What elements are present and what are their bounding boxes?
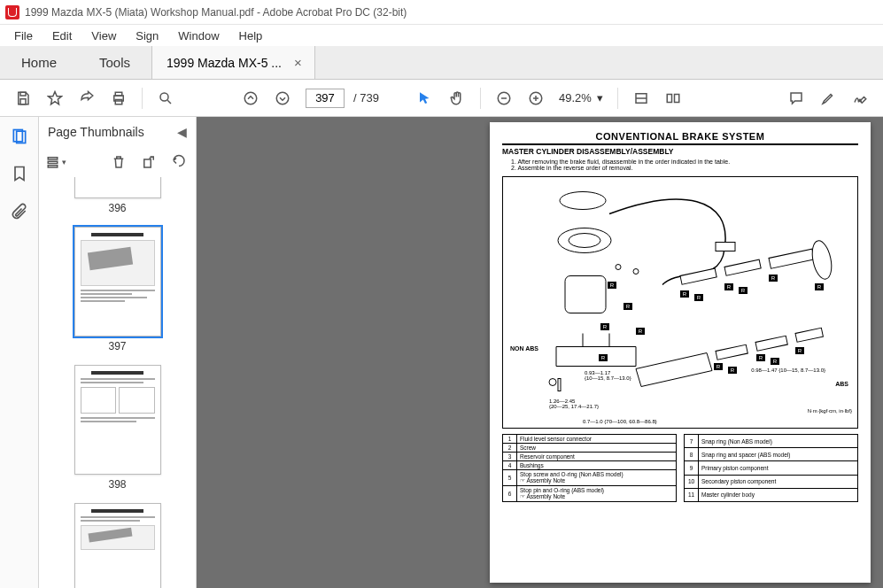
page-number-input[interactable] (306, 89, 345, 108)
svg-point-27 (809, 239, 835, 281)
page-heading: CONVENTIONAL BRAKE SYSTEM (502, 131, 858, 145)
thumb-options-icon[interactable]: ▾ (44, 151, 67, 174)
toolbar-separator (480, 88, 481, 109)
svg-rect-0 (20, 92, 26, 96)
svg-rect-11 (667, 94, 671, 102)
svg-point-6 (244, 92, 257, 104)
star-icon[interactable] (41, 84, 69, 112)
zoom-level-dropdown[interactable]: 49.2% ▾ (559, 91, 603, 104)
print-icon[interactable] (105, 84, 133, 112)
zoom-out-icon[interactable] (490, 84, 518, 112)
chevron-down-icon: ▾ (597, 91, 603, 104)
diagram-units: N·m {kgf·cm, in·lbf} (808, 408, 852, 414)
svg-rect-24 (680, 268, 716, 284)
svg-rect-23 (716, 243, 735, 251)
assembly-steps: 1. After removing the brake fluid, disas… (502, 159, 858, 171)
page-display-icon[interactable] (659, 84, 687, 112)
window-titlebar: 1999 Mazda MX-5 (Miata) Workshop Manual.… (0, 0, 883, 25)
svg-rect-30 (795, 328, 823, 342)
thumbnail-number: 397 (108, 340, 126, 352)
delete-page-icon[interactable] (107, 151, 130, 174)
svg-point-31 (549, 379, 556, 386)
highlight-icon[interactable] (814, 84, 842, 112)
thumbnail-item[interactable]: 398 (39, 365, 196, 491)
menu-window[interactable]: Window (169, 27, 228, 44)
bookmarks-rail-icon[interactable] (9, 163, 30, 184)
window-title: 1999 Mazda MX-5 (Miata) Workshop Manual.… (25, 6, 407, 19)
thumbnail-item[interactable]: 396 (39, 177, 196, 214)
parts-tables: 1Fluid level sensor connector 2Screw 3Re… (502, 434, 858, 502)
thumbnails-title: Page Thumbnails (48, 125, 144, 139)
tab-document[interactable]: 1999 Mazda MX-5 ... × (151, 46, 315, 79)
parts-table-right: 7Snap ring (Non ABS model) 8Snap ring an… (684, 434, 858, 502)
svg-rect-17 (48, 165, 58, 166)
svg-rect-22 (565, 276, 606, 313)
menu-sign[interactable]: Sign (127, 27, 167, 44)
diagram-dim3: 0.98—1.47 {10—15, 8.7—13.0} (751, 368, 825, 373)
diagram-label-abs: ABS (835, 381, 848, 387)
menu-help[interactable]: Help (230, 27, 272, 44)
hand-tool-icon[interactable] (443, 84, 471, 112)
tab-tools[interactable]: Tools (78, 46, 151, 79)
thumbnail-number: 396 (108, 202, 126, 214)
parts-table-left: 1Fluid level sensor connector 2Screw 3Re… (502, 434, 677, 502)
main-toolbar: / 739 49.2% ▾ (0, 80, 883, 117)
attachments-rail-icon[interactable] (9, 200, 30, 221)
svg-rect-1 (20, 98, 26, 104)
share-icon[interactable] (73, 84, 101, 112)
svg-rect-18 (144, 159, 151, 167)
thumbnails-panel: Page Thumbnails ◀ ▾ 396 397 398 (39, 117, 197, 588)
collapse-panel-icon[interactable]: ◀ (177, 125, 187, 139)
navigation-rail (0, 117, 39, 588)
diagram-dim2: 1.26—2.45{20—25, 17.4—21.7} (549, 398, 599, 409)
svg-rect-29 (755, 336, 787, 351)
undo-icon[interactable] (167, 151, 190, 174)
svg-rect-3 (115, 92, 122, 96)
menu-bar: File Edit View Sign Window Help (0, 25, 883, 46)
tab-home[interactable]: Home (0, 46, 78, 79)
thumbnails-list[interactable]: 396 397 398 (39, 177, 196, 588)
svg-rect-15 (48, 157, 58, 159)
pdf-page: CONVENTIONAL BRAKE SYSTEM MASTER CYLINDE… (490, 122, 871, 583)
tab-document-label: 1999 Mazda MX-5 ... (167, 56, 282, 70)
page-up-icon[interactable] (236, 84, 265, 112)
svg-point-7 (276, 92, 289, 104)
save-icon[interactable] (9, 84, 37, 112)
document-view[interactable]: CONVENTIONAL BRAKE SYSTEM MASTER CYLINDE… (197, 117, 883, 588)
diagram-label-nonabs: NON ABS (510, 345, 538, 352)
zoom-in-icon[interactable] (522, 84, 550, 112)
thumbnails-rail-icon[interactable] (9, 126, 30, 147)
thumbnail-item[interactable]: 397 (39, 227, 196, 352)
menu-edit[interactable]: Edit (43, 27, 81, 44)
acrobat-app-icon (5, 5, 19, 19)
diagram-dim1: 0.93—1.17{10—15, 8.7—13.0} (585, 370, 631, 381)
rotate-page-icon[interactable] (137, 151, 160, 174)
svg-rect-28 (716, 344, 747, 360)
sign-icon[interactable] (846, 84, 874, 112)
tab-strip: Home Tools 1999 Mazda MX-5 ... × (0, 46, 883, 80)
svg-rect-12 (674, 94, 678, 102)
svg-point-5 (160, 93, 168, 101)
page-subheading: MASTER CYLINDER DISASSEMBLY/ASSEMBLY (502, 147, 858, 156)
comment-icon[interactable] (782, 84, 810, 112)
select-tool-icon[interactable] (411, 84, 439, 112)
diagram-dim-foot: 0.7—1.0 {70—100, 60.8—86.8} (583, 419, 657, 424)
svg-rect-16 (48, 161, 58, 163)
find-icon[interactable] (151, 84, 180, 112)
page-total-label: / 739 (353, 91, 379, 104)
thumbnails-header: Page Thumbnails ◀ (39, 117, 196, 147)
svg-point-33 (616, 265, 621, 270)
close-tab-icon[interactable]: × (290, 55, 306, 70)
zoom-level-label: 49.2% (559, 91, 592, 104)
menu-view[interactable]: View (82, 27, 125, 44)
toolbar-separator (142, 88, 143, 109)
thumbnails-toolbar: ▾ (39, 147, 196, 177)
fit-width-icon[interactable] (627, 84, 655, 112)
thumbnail-item[interactable] (39, 503, 196, 588)
menu-file[interactable]: File (5, 27, 42, 44)
svg-rect-26 (769, 249, 814, 268)
main-area: Page Thumbnails ◀ ▾ 396 397 398 (0, 117, 883, 588)
svg-point-34 (633, 269, 639, 275)
page-down-icon[interactable] (268, 84, 297, 112)
exploded-diagram: NON ABS ABS R R R R R R R R R R R R R R … (502, 176, 858, 429)
